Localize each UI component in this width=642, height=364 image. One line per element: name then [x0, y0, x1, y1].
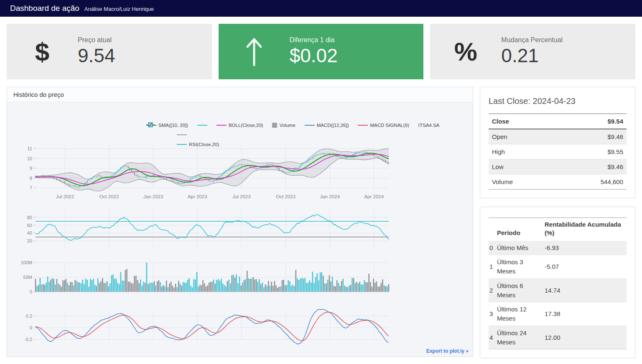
legend-item-boll-close-20[interactable]: BOLL(Close,20)	[217, 123, 263, 128]
svg-text:20: 20	[27, 238, 32, 243]
svg-text:Apr 2024: Apr 2024	[364, 194, 384, 199]
ohlc-row-open: Open$9.46	[489, 129, 627, 144]
returns-row: 4Últimos 24 Meses12.00	[489, 326, 627, 349]
returns-row: 2Últimos 6 Meses14.74	[489, 278, 627, 302]
chart-body: 789101120406080100M50M00.20-0.2Jul 2022O…	[7, 102, 473, 356]
navbar: Dashboard de ação Análise Macro/Luiz Hen…	[0, 0, 642, 17]
price-history-title: Histórico do preço	[13, 91, 64, 98]
legend-label: Volume	[279, 123, 295, 128]
row-index: 2	[489, 278, 496, 302]
ohlc-row-close: Close$9.54	[489, 114, 627, 129]
card-value: 9.54	[78, 45, 115, 67]
card-label: Diferença 1 dia	[290, 36, 338, 44]
legend-label: MACD([12,26])	[317, 123, 349, 128]
svg-text:40: 40	[27, 230, 32, 235]
svg-text:0: 0	[30, 325, 32, 330]
return-value: 14.74	[544, 278, 627, 302]
legend-item-itsa4-sa[interactable]: ITSA4.SA	[418, 123, 440, 128]
ohlc-row-volume: Volume544,600	[489, 174, 627, 190]
returns-row: 1Últimos 3 Meses-5.07	[489, 255, 627, 279]
ohlc-label: Open	[489, 129, 555, 144]
legend-label: BOLL(Close,20)	[229, 123, 263, 128]
svg-text:Oct 2022: Oct 2022	[99, 194, 119, 199]
line-swatch-icon	[305, 125, 315, 126]
card-value: 0.21	[501, 45, 563, 67]
rsi-subplot	[36, 215, 389, 240]
svg-text:7: 7	[30, 185, 32, 190]
legend-label: ITSA4.SA	[418, 123, 440, 128]
svg-text:60: 60	[27, 223, 32, 228]
price-history-header: Histórico do preço	[7, 87, 473, 102]
app-subtitle: Análise Macro/Luiz Henrique	[84, 1, 154, 18]
ohlc-value: 544,600	[555, 174, 627, 190]
col-periodo: Período	[496, 218, 544, 241]
legend-item-rsi-close-20[interactable]: RSI(Close,20)	[177, 142, 219, 147]
volume-swatch-icon	[272, 123, 277, 128]
card-mudanca-percentual: % Mudança Percentual 0.21	[430, 24, 635, 79]
legend-label: SMA([10, 20])	[158, 123, 188, 128]
ohlc-value: $9.54	[555, 114, 627, 129]
row-index: 4	[489, 326, 496, 349]
ohlc-label: Close	[489, 114, 555, 129]
svg-text:Jan 2023: Jan 2023	[143, 194, 163, 199]
legend-item-rsi-line[interactable]	[197, 125, 207, 126]
legend-item-volume[interactable]: Volume	[272, 123, 295, 128]
dollar-icon: $	[35, 37, 49, 66]
returns-row: 0Último Mês-6.93	[489, 241, 627, 255]
line-swatch-icon	[217, 125, 227, 126]
ohlc-row-low: Low$9.46	[489, 159, 627, 174]
returns-panel: PeríodoRentabilidade Acumulada (%)0Últim…	[480, 207, 635, 358]
svg-text:100M: 100M	[20, 260, 32, 265]
kpi-cards: $ Preço atual 9.54 Diferença 1 dia $0.02…	[7, 24, 635, 79]
legend-label: MACD SIGNAL(9)	[370, 123, 409, 128]
chart-legend: SMA([10, 20])BOLL(Close,20)VolumeMACD([1…	[146, 122, 439, 148]
legend-item-macd-12-26[interactable]: MACD([12,26])	[305, 123, 349, 128]
legend-label: RSI(Close,20)	[189, 142, 219, 147]
svg-text:-0.2: -0.2	[24, 337, 32, 342]
return-value: 17.38	[544, 302, 627, 326]
row-index: 0	[489, 241, 496, 255]
period-label: Últimos 24 Meses	[496, 326, 544, 349]
svg-text:9: 9	[30, 166, 32, 171]
app-title: Dashboard de ação	[10, 0, 79, 17]
macd-subplot	[36, 310, 389, 344]
period-label: Últimos 6 Meses	[496, 278, 544, 302]
ohlc-value: $9.46	[555, 159, 627, 174]
ohlc-label: Volume	[489, 174, 555, 190]
return-value: 12.00	[544, 326, 627, 349]
svg-text:11: 11	[28, 146, 32, 151]
svg-text:0: 0	[30, 289, 32, 294]
returns-table: PeríodoRentabilidade Acumulada (%)0Últim…	[489, 217, 627, 349]
svg-text:80: 80	[27, 215, 32, 220]
row-index: 3	[489, 302, 496, 326]
svg-text:Jul 2023: Jul 2023	[232, 194, 250, 199]
percent-icon: %	[454, 37, 477, 66]
period-label: Últimos 12 Meses	[496, 302, 544, 326]
svg-text:50M: 50M	[23, 275, 32, 280]
last-close-panel: Last Close: 2024-04-23 Close$9.54Open$9.…	[480, 87, 635, 198]
card-preco-atual: $ Preço atual 9.54	[7, 24, 212, 79]
line-swatch-icon	[177, 144, 187, 145]
candlestick-icon	[146, 122, 155, 128]
ohlc-label: Low	[489, 159, 555, 174]
right-column: Last Close: 2024-04-23 Close$9.54Open$9.…	[480, 87, 635, 357]
last-close-title: Last Close: 2024-04-23	[489, 96, 627, 106]
ohlc-row-high: High$9.55	[489, 144, 627, 159]
legend-item-gray-line[interactable]	[177, 134, 187, 135]
card-value: $0.02	[290, 45, 338, 67]
legend-item-macd-signal-9[interactable]: MACD SIGNAL(9)	[358, 123, 409, 128]
svg-text:Oct 2023: Oct 2023	[276, 194, 296, 199]
line-swatch-icon	[177, 134, 187, 135]
export-plotly-link[interactable]: Export to plot.ly »	[426, 348, 469, 354]
row-index: 1	[489, 255, 496, 279]
card-label: Preço atual	[78, 36, 115, 44]
card-label: Mudança Percentual	[501, 36, 563, 44]
period-label: Último Mês	[496, 241, 544, 255]
line-swatch-icon	[197, 125, 207, 126]
arrow-up-icon	[244, 36, 264, 68]
svg-text:10: 10	[27, 156, 32, 161]
svg-text:0.2: 0.2	[26, 313, 32, 318]
card-diferenca-1-dia: Diferença 1 dia $0.02	[219, 24, 424, 79]
ohlc-label: High	[489, 144, 555, 159]
return-value: -5.07	[544, 255, 627, 279]
